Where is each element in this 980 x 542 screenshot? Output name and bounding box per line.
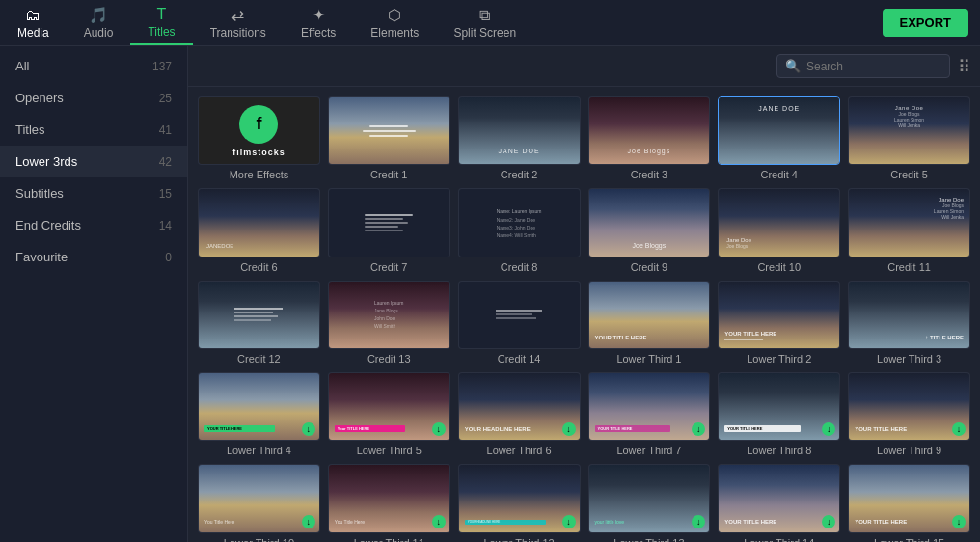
- sidebar-count-openers: 25: [159, 92, 172, 105]
- thumb-lower-third-5: Your TITLE HERE ↓: [328, 372, 450, 441]
- grid-item-lower-third-10[interactable]: You Title Here ↓ Lower Third 10: [198, 464, 320, 542]
- label-lower-third-11: Lower Third 11: [328, 537, 450, 542]
- label-lower-third-3: Lower Third 3: [848, 353, 970, 365]
- download-badge-lt11: ↓: [432, 515, 446, 528]
- thumb-credit-1: [328, 96, 450, 165]
- media-icon: 🗂: [25, 7, 41, 24]
- titles-icon: T: [157, 6, 167, 23]
- grid-item-credit-10[interactable]: Jane Doe Joe Blogs Credit 10: [718, 188, 840, 272]
- grid-item-credit-9[interactable]: Joe Bloggs Credit 9: [588, 188, 711, 272]
- grid-item-credit-7[interactable]: Credit 7: [328, 188, 450, 272]
- thumb-credit-10: Jane Doe Joe Blogs: [718, 188, 840, 257]
- nav-titles[interactable]: T Titles: [130, 0, 192, 45]
- thumb-lower-third-8: YOUR TITLE HERE ↓: [718, 372, 840, 441]
- sidebar-count-subtitles: 15: [159, 187, 172, 201]
- grid-item-credit-3[interactable]: Joe Bloggs Credit 3: [588, 96, 711, 180]
- thumb-lower-third-12: YOUR HEADLINE HERE ↓: [458, 464, 581, 532]
- audio-icon: 🎵: [89, 6, 108, 24]
- sidebar-item-end-credits[interactable]: End Credits 14: [0, 209, 187, 241]
- sidebar-count-titles: 41: [159, 123, 172, 137]
- thumb-credit-13: Lauren Ipsum Jane Blogs John Doe Will Sm…: [328, 281, 450, 349]
- nav-transitions[interactable]: ⇄ Transitions: [193, 0, 284, 45]
- sidebar-label-end-credits: End Credits: [15, 218, 81, 232]
- grid-item-credit-13[interactable]: Lauren Ipsum Jane Blogs John Doe Will Sm…: [328, 281, 450, 365]
- content-toolbar: 🔍 ⠿: [188, 46, 980, 87]
- thumb-credit-6: JANEDOE: [198, 188, 320, 257]
- grid-item-lower-third-8[interactable]: YOUR TITLE HERE ↓ Lower Third 8: [718, 372, 840, 456]
- nav-elements[interactable]: ⬡ Elements: [353, 0, 436, 45]
- top-nav: 🗂 Media 🎵 Audio T Titles ⇄ Transitions ✦…: [0, 0, 980, 46]
- thumb-lower-third-15: YOUR TITLE HERE ↓: [848, 464, 970, 532]
- grid-item-credit-12[interactable]: Credit 12: [198, 281, 320, 365]
- label-lower-third-9: Lower Third 9: [848, 445, 970, 456]
- grid-item-lower-third-7[interactable]: YOUR TITLE HERE ↓ Lower Third 7: [588, 372, 711, 456]
- grid-item-credit-14[interactable]: Credit 14: [458, 281, 581, 365]
- grid-item-lower-third-11[interactable]: You Title Here ↓ Lower Third 11: [328, 464, 450, 542]
- thumb-lower-third-2: YOUR TITLE HERE: [718, 281, 840, 349]
- sidebar-label-subtitles: Subtitles: [15, 186, 64, 201]
- grid-item-credit-5[interactable]: Jane Doe Joe Blogs Lauren Simon Will Jen…: [848, 96, 970, 180]
- grid-item-lower-third-5[interactable]: Your TITLE HERE ↓ Lower Third 5: [328, 372, 450, 456]
- effects-icon: ✦: [313, 6, 325, 24]
- nav-split-screen[interactable]: ⧉ Split Screen: [436, 0, 533, 45]
- grid-item-credit-2[interactable]: JANE DOE Credit 2: [458, 96, 581, 180]
- grid-item-lower-third-2[interactable]: YOUR TITLE HERE Lower Third 2: [718, 281, 840, 365]
- label-lower-third-15: Lower Third 15: [848, 537, 970, 542]
- label-credit-5: Credit 5: [848, 169, 970, 180]
- grid-item-lower-third-6[interactable]: YOUR HEADLINE HERE ↓ Lower Third 6: [458, 372, 581, 456]
- grid-scroll[interactable]: f filmstocks More Effects: [188, 87, 980, 542]
- search-box[interactable]: 🔍: [776, 54, 950, 78]
- grid-item-lower-third-13[interactable]: your little love ↓ Lower Third 13: [588, 464, 711, 542]
- sidebar-item-subtitles[interactable]: Subtitles 15: [0, 177, 187, 209]
- grid-item-lower-third-3[interactable]: ↑ TITLE HERE Lower Third 3: [848, 281, 970, 365]
- grid-item-credit-6[interactable]: JANEDOE Credit 6: [198, 188, 320, 272]
- sidebar-item-openers[interactable]: Openers 25: [0, 82, 187, 114]
- thumb-lower-third-9: YOUR TITLE HERE ↓: [848, 372, 970, 441]
- sidebar-label-all: All: [15, 59, 29, 73]
- label-credit-10: Credit 10: [718, 261, 840, 273]
- grid-item-credit-8[interactable]: Name: Lauren Ipsum Name2: Jane Doe Name3…: [458, 188, 581, 272]
- download-badge-lt13: ↓: [692, 515, 705, 528]
- grid: f filmstocks More Effects: [198, 96, 970, 542]
- grid-item-credit-11[interactable]: Jane Doe Joe Blogs Lauren Simon Will Jen…: [848, 188, 970, 272]
- nav-effects[interactable]: ✦ Effects: [284, 0, 353, 45]
- sidebar-count-favourite: 0: [165, 251, 172, 264]
- grid-item-lower-third-14[interactable]: YOUR TITLE HERE ↓ Lower Third 14: [718, 464, 840, 542]
- thumb-credit-12: [198, 281, 320, 349]
- sidebar-item-titles[interactable]: Titles 41: [0, 114, 187, 146]
- grid-item-lower-third-4[interactable]: YOUR TITLE HERE ↓ Lower Third 4: [198, 372, 320, 456]
- sidebar-item-all[interactable]: All 137: [0, 50, 187, 82]
- download-badge-lt5: ↓: [432, 422, 446, 436]
- nav-audio[interactable]: 🎵 Audio: [67, 0, 131, 45]
- grid-item-credit-4[interactable]: JANE DOE Credit 4 Drag to the timeline t…: [718, 96, 840, 180]
- sidebar-count-all: 137: [152, 60, 172, 73]
- export-button[interactable]: EXPORT: [883, 9, 968, 37]
- grid-item-more-effects[interactable]: f filmstocks More Effects: [198, 96, 320, 180]
- elements-icon: ⬡: [388, 6, 401, 24]
- sidebar-item-favourite[interactable]: Favourite 0: [0, 241, 187, 273]
- label-credit-9: Credit 9: [588, 261, 711, 273]
- grid-view-icon[interactable]: ⠿: [958, 56, 970, 77]
- thumb-lower-third-14: YOUR TITLE HERE ↓: [718, 464, 840, 532]
- sidebar-label-lower3rds: Lower 3rds: [15, 154, 77, 169]
- label-lower-third-4: Lower Third 4: [198, 445, 320, 456]
- thumb-lower-third-4: YOUR TITLE HERE ↓: [198, 372, 320, 441]
- grid-item-lower-third-12[interactable]: YOUR HEADLINE HERE ↓ Lower Third 12: [458, 464, 581, 542]
- label-credit-3: Credit 3: [588, 169, 711, 180]
- search-input[interactable]: [806, 60, 941, 73]
- label-credit-6: Credit 6: [198, 261, 320, 273]
- nav-media[interactable]: 🗂 Media: [0, 0, 67, 45]
- label-lower-third-10: Lower Third 10: [198, 537, 320, 542]
- sidebar-item-lower3rds[interactable]: Lower 3rds 42: [0, 146, 187, 177]
- grid-item-lower-third-15[interactable]: YOUR TITLE HERE ↓ Lower Third 15: [848, 464, 970, 542]
- label-lower-third-5: Lower Third 5: [328, 445, 450, 456]
- grid-item-lower-third-1[interactable]: YOUR TITLE HERE Lower Third 1: [588, 281, 711, 365]
- grid-item-credit-1[interactable]: Credit 1: [328, 96, 450, 180]
- sidebar-count-end-credits: 14: [159, 219, 172, 232]
- label-credit-14: Credit 14: [458, 353, 581, 365]
- label-lower-third-1: Lower Third 1: [588, 353, 711, 365]
- grid-item-lower-third-9[interactable]: YOUR TITLE HERE ↓ Lower Third 9: [848, 372, 970, 456]
- thumb-lower-third-10: You Title Here ↓: [198, 464, 320, 532]
- thumb-credit-9: Joe Bloggs: [588, 188, 711, 257]
- label-credit-13: Credit 13: [328, 353, 450, 365]
